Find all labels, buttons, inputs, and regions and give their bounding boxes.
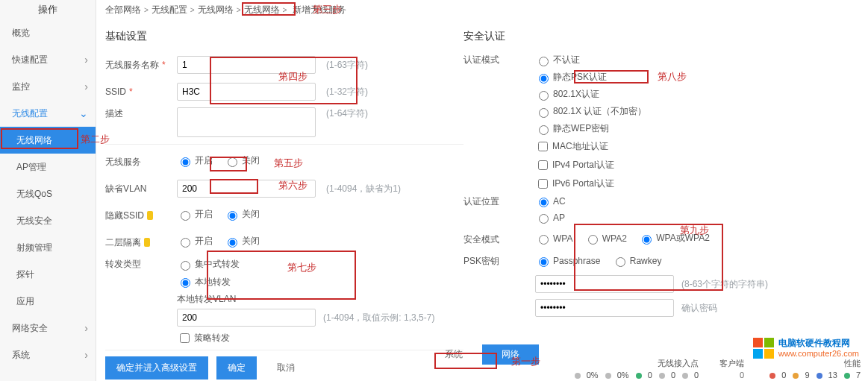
- service-name-hint: (1-63字符): [326, 59, 368, 72]
- breadcrumb-seg[interactable]: 无线网络: [244, 4, 280, 15]
- wpa2[interactable]: WPA2: [584, 233, 627, 245]
- sidebar-item[interactable]: AP管理: [0, 154, 96, 180]
- default-vlan-input[interactable]: [177, 180, 316, 198]
- sidebar-item[interactable]: 无线QoS: [0, 180, 96, 207]
- psk-confirm-hint: 确认密码: [681, 302, 717, 315]
- sidebar-item[interactable]: 快速配置: [0, 46, 96, 73]
- sidebar-title: 操作: [0, 0, 96, 19]
- breadcrumb-seg[interactable]: 无线配置: [152, 4, 187, 15]
- service-on-radio[interactable]: 开启: [177, 154, 213, 167]
- breadcrumb-seg[interactable]: 无线网络: [198, 4, 234, 15]
- sidebar-item[interactable]: 无线安全: [0, 207, 96, 234]
- bottom-tabs: 系统 网络: [425, 344, 539, 365]
- status-p-nums: 0 9 13 7: [765, 371, 861, 380]
- chevron-right-icon: >: [190, 6, 195, 14]
- auth-mode-label: 认证模式: [463, 54, 499, 66]
- status-c-num: 0: [740, 371, 744, 380]
- basic-settings: 基础设置 无线服务名称* (1-63字符) SSID* (1-32字符) 描述 …: [105, 19, 463, 380]
- auth-mac[interactable]: MAC地址认证: [535, 139, 850, 154]
- l2-on[interactable]: 开启: [177, 235, 213, 248]
- service-name-label: 无线服务名称: [105, 59, 159, 72]
- local-vlan-hint: (1-4094，取值示例: 1,3,5-7): [323, 312, 434, 324]
- forward-type-label: 转发类型: [105, 258, 141, 271]
- rawkey-radio[interactable]: Rawkey: [612, 255, 662, 267]
- chevron-right-icon: >: [144, 6, 149, 14]
- main-panel: 全部网络>无线配置>无线网络>无线网络>新增无线服务 基础设置 无线服务名称* …: [96, 0, 868, 381]
- sidebar-item[interactable]: 无线配置: [0, 100, 96, 127]
- security-settings: 安全认证 认证模式 不认证 静态PSK认证 802.1X认证 802.1X 认证…: [463, 19, 859, 380]
- auth-v4portal[interactable]: IPv4 Portal认证: [535, 158, 850, 172]
- sidebar-item[interactable]: 监控: [0, 73, 96, 100]
- ssid-label: SSID: [105, 86, 126, 97]
- psk-hint: (8-63个字符的字符串): [681, 278, 768, 291]
- sidebar-item[interactable]: 网络安全: [0, 315, 96, 341]
- breadcrumb-seg[interactable]: 新增无线服务: [290, 4, 349, 16]
- sidebar-item[interactable]: 射频管理: [0, 234, 96, 261]
- l2-isolate-label: 二层隔离: [105, 236, 141, 249]
- status-w-nums: 0% 0% 0 0 0: [570, 371, 699, 380]
- psk-label: PSK密钥: [463, 255, 499, 268]
- wireless-service-label: 无线服务: [105, 156, 141, 169]
- hide-ssid-off[interactable]: 关闭: [224, 208, 260, 221]
- auth-loc-label: 认证位置: [463, 195, 499, 208]
- desc-input[interactable]: [177, 107, 316, 137]
- auth-v6portal[interactable]: IPv6 Portal认证: [535, 177, 850, 191]
- security-title: 安全认证: [463, 30, 859, 43]
- sidebar-item[interactable]: 概览: [0, 19, 96, 46]
- hide-ssid-label: 隐藏SSID: [105, 210, 144, 222]
- lamp-icon: [144, 238, 150, 247]
- auth-8021x[interactable]: 802.1X认证: [535, 88, 850, 101]
- sec-mode-label: 安全模式: [463, 233, 499, 246]
- cancel-button[interactable]: 取消: [266, 356, 306, 380]
- l2-off[interactable]: 关闭: [224, 235, 260, 248]
- basic-title: 基础设置: [105, 30, 463, 43]
- status-clabel: 客户端: [719, 358, 744, 369]
- forward-central[interactable]: 集中式转发: [177, 258, 240, 271]
- default-vlan-label: 缺省VLAN: [105, 183, 146, 195]
- local-vlan-label: 本地转发VLAN: [177, 293, 463, 306]
- sidebar-item[interactable]: 无线网络: [0, 127, 96, 154]
- ssid-hint: (1-32字符): [326, 86, 368, 98]
- breadcrumb: 全部网络>无线配置>无线网络>无线网络>新增无线服务: [105, 0, 859, 19]
- psk-input[interactable]: [535, 275, 674, 293]
- desc-hint: (1-64字符): [326, 107, 368, 120]
- service-off-radio[interactable]: 关闭: [224, 154, 260, 167]
- hide-ssid-on[interactable]: 开启: [177, 208, 213, 221]
- tab-system[interactable]: 系统: [425, 344, 482, 365]
- chevron-right-icon: >: [237, 6, 241, 14]
- auth-wep[interactable]: 静态WEP密钥: [535, 122, 850, 135]
- wpa-or-wpa2[interactable]: WPA或WPA2: [638, 232, 710, 245]
- tab-network[interactable]: 网络: [482, 344, 539, 365]
- forward-local[interactable]: 本地转发: [177, 276, 231, 289]
- ssid-input[interactable]: [177, 83, 316, 101]
- auth-loc-ap[interactable]: AP: [535, 212, 668, 224]
- required-icon: *: [129, 86, 133, 97]
- status-bar: 无线接入点 0% 0% 0 0 0 客户端 0 性能 0 9 13: [570, 358, 861, 380]
- breadcrumb-seg[interactable]: 全部网络: [105, 4, 141, 15]
- ok-adv-button[interactable]: 确定并进入高级设置: [105, 356, 208, 380]
- desc-label: 描述: [105, 107, 123, 120]
- status-plabel: 性能: [844, 358, 861, 369]
- ok-button[interactable]: 确定: [216, 356, 257, 380]
- auth-loc-ac[interactable]: AC: [535, 195, 668, 207]
- auth-psk[interactable]: 静态PSK认证: [535, 71, 850, 84]
- sidebar: 操作 概览快速配置监控无线配置无线网络AP管理无线QoS无线安全射频管理探针应用…: [0, 0, 96, 381]
- default-vlan-hint: (1-4094，缺省为1): [326, 183, 401, 195]
- status-wlabel: 无线接入点: [658, 358, 699, 369]
- chevron-right-icon: >: [283, 6, 287, 14]
- psk-confirm-input[interactable]: [535, 299, 674, 317]
- sidebar-item[interactable]: 应用: [0, 288, 96, 315]
- service-name-input[interactable]: [177, 56, 316, 74]
- required-icon: *: [162, 60, 166, 70]
- wpa[interactable]: WPA: [535, 233, 572, 245]
- auth-none[interactable]: 不认证: [535, 54, 850, 66]
- passphrase-radio[interactable]: Passphrase: [535, 255, 600, 267]
- sidebar-item[interactable]: 系统: [0, 341, 96, 368]
- auth-8021x-open[interactable]: 802.1X 认证（不加密）: [535, 105, 850, 118]
- sidebar-item[interactable]: 探针: [0, 261, 96, 288]
- lamp-icon: [147, 211, 153, 220]
- local-vlan-input[interactable]: [177, 309, 316, 327]
- policy-forward-check[interactable]: 策略转发: [177, 331, 455, 345]
